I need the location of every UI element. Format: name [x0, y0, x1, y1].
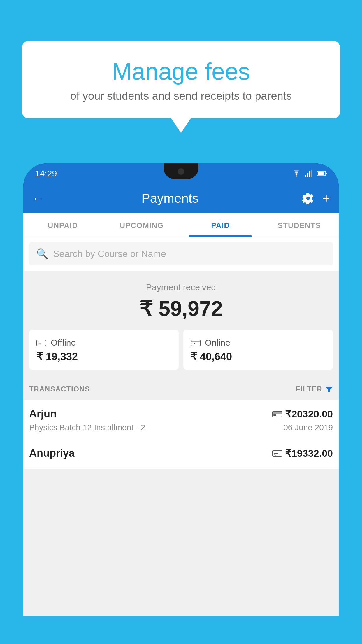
- svg-rect-6: [318, 172, 324, 175]
- phone-body: 14:29: [23, 163, 339, 616]
- svg-rect-1: [307, 173, 308, 177]
- svg-rect-15: [273, 411, 282, 417]
- status-icons: [291, 170, 327, 177]
- phone-container: 14:29: [23, 163, 339, 644]
- transaction-item[interactable]: Anupriya ₹ ₹19332.00: [23, 439, 339, 469]
- svg-text:₹: ₹: [274, 453, 276, 456]
- online-icon: [190, 339, 201, 347]
- battery-icon: [317, 171, 327, 176]
- transaction-amount-row: ₹20320.00: [272, 408, 333, 420]
- add-button[interactable]: +: [322, 191, 330, 206]
- transaction-date: 06 June 2019: [283, 423, 333, 432]
- svg-rect-17: [274, 414, 276, 416]
- online-label: Online: [205, 338, 230, 348]
- transaction-row1: Anupriya ₹ ₹19332.00: [29, 447, 333, 459]
- payment-received-label: Payment received: [29, 282, 333, 292]
- tab-paid[interactable]: PAID: [181, 213, 260, 237]
- transaction-row2: Physics Batch 12 Installment - 2 06 June…: [29, 423, 333, 432]
- search-input[interactable]: Search by Course or Name: [53, 249, 166, 259]
- payment-summary: Payment received ₹ 59,972 ₹: [23, 271, 339, 379]
- transactions-label: TRANSACTIONS: [29, 385, 90, 393]
- notch: [164, 163, 198, 179]
- tab-students[interactable]: STUDENTS: [260, 213, 339, 237]
- transaction-name: Anupriya: [29, 447, 75, 459]
- svg-marker-14: [325, 387, 333, 392]
- transaction-detail: Physics Batch 12 Installment - 2: [29, 423, 145, 432]
- signal-icon: [305, 170, 314, 177]
- tab-upcoming[interactable]: UPCOMING: [102, 213, 181, 237]
- transaction-name: Arjun: [29, 408, 57, 420]
- offline-card: ₹ Offline ₹ 19,332: [29, 330, 179, 370]
- status-time: 14:29: [35, 169, 57, 178]
- transaction-amount: ₹19332.00: [285, 447, 333, 459]
- search-bar-container: 🔍 Search by Course or Name: [23, 237, 339, 271]
- svg-rect-3: [311, 170, 312, 177]
- transaction-type-icon: ₹: [272, 449, 282, 457]
- offline-label: Offline: [51, 338, 76, 348]
- bubble-title: Manage fees: [36, 58, 326, 85]
- online-card: Online ₹ 40,640: [183, 330, 333, 370]
- tab-unpaid[interactable]: UNPAID: [23, 213, 102, 237]
- app-header: ← Payments +: [23, 184, 339, 213]
- svg-rect-5: [326, 173, 327, 174]
- online-amount: ₹ 40,640: [190, 351, 326, 363]
- offline-icon: ₹: [36, 338, 47, 347]
- transaction-row1: Arjun ₹20320.00: [29, 408, 333, 420]
- search-icon: 🔍: [36, 248, 48, 260]
- speech-bubble: Manage fees of your students and send re…: [22, 41, 340, 118]
- filter-label: FILTER: [296, 385, 322, 393]
- online-card-header: Online: [190, 338, 326, 348]
- svg-rect-13: [192, 343, 194, 344]
- tabs-bar: UNPAID UPCOMING PAID STUDENTS: [23, 213, 339, 237]
- offline-amount: ₹ 19,332: [36, 351, 172, 363]
- svg-text:₹: ₹: [39, 343, 41, 346]
- svg-rect-2: [309, 172, 310, 177]
- offline-card-header: ₹ Offline: [36, 338, 172, 348]
- status-bar: 14:29: [23, 163, 339, 184]
- filter-icon: [325, 386, 333, 393]
- transaction-item[interactable]: Arjun ₹20320.00 Physics Batch 12 Install…: [23, 400, 339, 439]
- app-content: 🔍 Search by Course or Name Payment recei…: [23, 237, 339, 616]
- transactions-header: TRANSACTIONS FILTER: [23, 379, 339, 400]
- transaction-amount: ₹20320.00: [285, 408, 333, 420]
- settings-icon[interactable]: [302, 192, 314, 204]
- search-bar[interactable]: 🔍 Search by Course or Name: [29, 242, 333, 265]
- wifi-icon: [291, 170, 301, 177]
- camera: [178, 168, 184, 175]
- svg-rect-0: [305, 175, 306, 177]
- payment-cards: ₹ Offline ₹ 19,332: [29, 330, 333, 370]
- transaction-type-icon: [272, 410, 282, 418]
- filter-button[interactable]: FILTER: [296, 385, 333, 393]
- transaction-amount-row: ₹ ₹19332.00: [272, 447, 333, 459]
- bubble-subtitle: of your students and send receipts to pa…: [36, 90, 326, 102]
- header-title: Payments: [50, 191, 290, 206]
- back-button[interactable]: ←: [32, 192, 44, 205]
- payment-total-amount: ₹ 59,972: [29, 296, 333, 321]
- header-icons: +: [302, 191, 330, 206]
